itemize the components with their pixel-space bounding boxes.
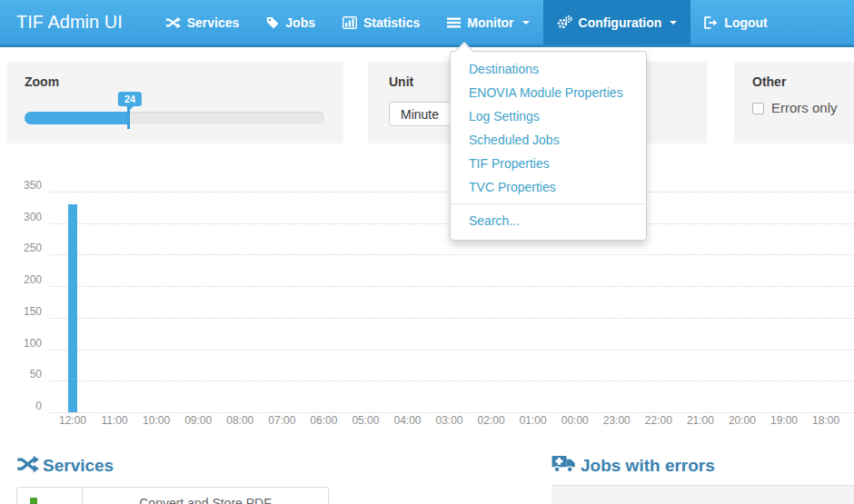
jobs-with-errors-panel <box>551 485 854 504</box>
service-status-icon <box>30 498 37 504</box>
chart-gridline <box>50 286 854 287</box>
app-window: TIF Admin UI Services Jobs Statistics Mo… <box>0 0 854 504</box>
services-section-title: Services <box>43 456 114 476</box>
y-axis-tick-label: 250 <box>0 242 42 254</box>
y-axis-tick-label: 100 <box>0 337 42 350</box>
x-axis-tick-label: 22:00 <box>638 414 680 427</box>
x-axis-tick-label: 05:00 <box>344 414 386 427</box>
x-axis-tick-label: 01:00 <box>512 414 554 427</box>
menu-divider <box>451 203 646 204</box>
x-axis-tick-label: 20:00 <box>721 414 763 427</box>
x-axis-tick-label: 11:00 <box>94 414 135 427</box>
services-table: Convert and Store PDF <box>16 487 329 504</box>
y-axis-tick-label: 0 <box>0 400 42 412</box>
menu-item-log-settings[interactable]: Log Settings <box>451 104 646 128</box>
x-axis-tick-label: 03:00 <box>429 414 471 427</box>
x-axis-tick-label: 02:00 <box>471 414 512 427</box>
x-axis-tick-label: 04:00 <box>386 414 428 427</box>
chart-bar[interactable] <box>68 204 77 412</box>
chart-gridline <box>50 380 854 381</box>
statistics-bar-chart: 05010015020025030035012:0011:0010:0009:0… <box>0 0 854 436</box>
y-axis-tick-label: 50 <box>0 368 42 380</box>
chart-gridline <box>50 254 854 255</box>
configuration-dropdown-menu: Destinations ENOVIA Module Properties Lo… <box>450 51 647 241</box>
shuffle-icon <box>16 455 39 477</box>
x-axis-tick-label: 00:00 <box>554 414 596 427</box>
x-axis-tick-label: 23:00 <box>596 414 638 427</box>
menu-item-destinations[interactable]: Destinations <box>451 57 646 81</box>
ambulance-icon <box>551 453 576 477</box>
y-axis-tick-label: 200 <box>0 273 42 286</box>
jobs-with-errors-section-title: Jobs with errors <box>581 456 715 476</box>
menu-item-enovia-module-properties[interactable]: ENOVIA Module Properties <box>451 81 646 104</box>
x-axis-tick-label: 19:00 <box>763 414 805 427</box>
menu-item-tvc-properties[interactable]: TVC Properties <box>451 175 646 199</box>
y-axis-tick-label: 300 <box>0 211 42 223</box>
chart-gridline <box>50 318 854 319</box>
chart-gridline <box>50 412 854 413</box>
y-axis-tick-label: 150 <box>0 305 42 318</box>
x-axis-tick-label: 18:00 <box>805 414 847 427</box>
service-row-name[interactable]: Convert and Store PDF <box>83 496 328 504</box>
x-axis-tick-label: 06:00 <box>303 414 344 427</box>
x-axis-tick-label: 21:00 <box>680 414 721 427</box>
chart-gridline <box>50 350 854 351</box>
x-axis-tick-label: 07:00 <box>261 414 303 427</box>
menu-item-tif-properties[interactable]: TIF Properties <box>451 152 646 175</box>
menu-item-scheduled-jobs[interactable]: Scheduled Jobs <box>451 128 646 152</box>
menu-item-search[interactable]: Search... <box>451 209 646 232</box>
x-axis-tick-label: 08:00 <box>219 414 261 427</box>
x-axis-tick-label: 10:00 <box>135 414 177 427</box>
y-axis-tick-label: 350 <box>0 179 42 192</box>
x-axis-tick-label: 09:00 <box>177 414 219 427</box>
x-axis-tick-label: 12:00 <box>52 414 94 427</box>
